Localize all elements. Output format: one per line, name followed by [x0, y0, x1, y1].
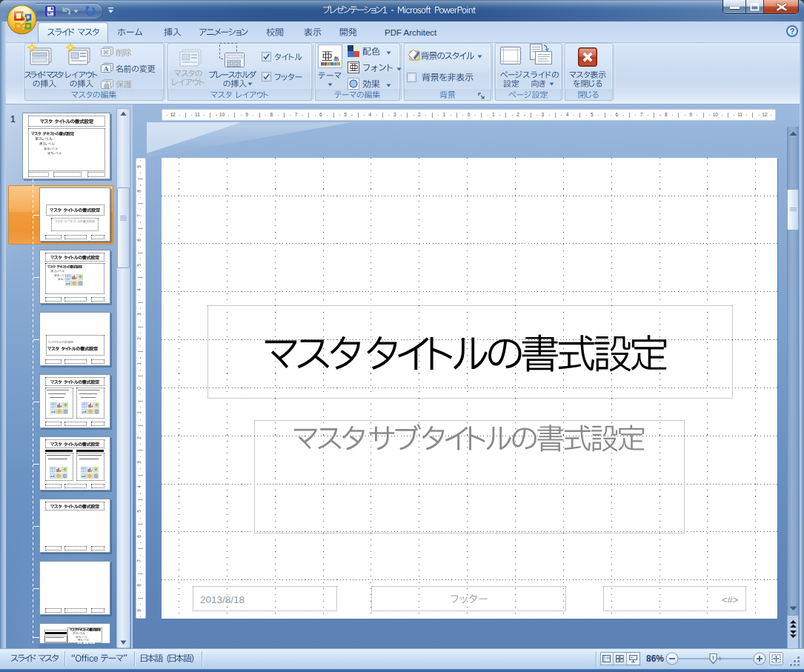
- svg-text:A: A: [104, 65, 109, 73]
